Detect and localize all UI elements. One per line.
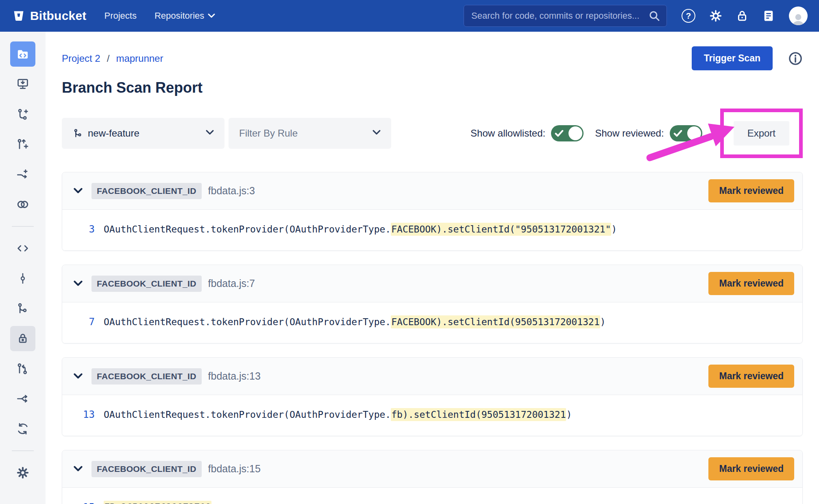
finding-card: FACEBOOK_CLIENT_ID fbdata.js:7 Mark revi… [62, 265, 803, 343]
source-code-icon [16, 242, 29, 255]
forks-icon [16, 392, 29, 405]
breadcrumb-separator: / [107, 53, 110, 64]
chevron-down-icon [208, 13, 215, 18]
rule-filter-placeholder: Filter By Rule [239, 128, 298, 139]
sidebar-item-repository[interactable] [10, 41, 35, 67]
branch-icon [72, 128, 83, 139]
sidebar-item-pull-requests[interactable] [10, 356, 35, 381]
help-icon[interactable]: ? [682, 9, 695, 23]
code-line: FB 2650987631873709 [104, 502, 211, 504]
line-number: 13 [74, 409, 95, 420]
chevron-down-icon [206, 130, 214, 135]
branch-selector-value: new-feature [88, 128, 139, 139]
chevron-down-icon[interactable] [74, 466, 83, 472]
create-fork-icon [16, 168, 29, 181]
lock-icon[interactable] [736, 9, 748, 22]
security-lock-icon [16, 332, 29, 345]
show-reviewed-toggle[interactable] [670, 125, 702, 141]
sidebar-item-create-fork[interactable] [10, 162, 35, 187]
sidebar-item-settings[interactable] [10, 460, 35, 485]
sync-icon [16, 422, 29, 435]
create-branch-icon [16, 108, 29, 121]
chevron-down-icon[interactable] [74, 188, 83, 194]
info-icon[interactable] [788, 51, 803, 66]
navbar-icons: ? [682, 7, 808, 25]
sidebar-item-create-branch[interactable] [10, 102, 35, 127]
finding-header[interactable]: FACEBOOK_CLIENT_ID fbdata.js:3 Mark revi… [62, 172, 802, 210]
rule-filter-selector[interactable]: Filter By Rule [229, 118, 391, 149]
code-line: OAuthClientRequest.tokenProvider(OAuthPr… [104, 409, 572, 420]
global-search[interactable] [464, 5, 667, 27]
top-navbar: Bitbucket Projects Repositories ? [0, 0, 819, 32]
nav-repositories[interactable]: Repositories [155, 11, 215, 21]
brand-name: Bitbucket [30, 9, 87, 23]
sidebar-item-builds[interactable] [10, 416, 35, 441]
bitbucket-logo[interactable]: Bitbucket [12, 9, 87, 23]
sidebar-divider [12, 226, 34, 227]
toggle-knob [569, 126, 582, 140]
finding-header[interactable]: FACEBOOK_CLIENT_ID fbdata.js:7 Mark revi… [62, 265, 802, 302]
folder-code-icon [16, 47, 30, 61]
finding-header[interactable]: FACEBOOK_CLIENT_ID fbdata.js:13 Mark rev… [62, 358, 802, 395]
search-icon[interactable] [649, 10, 660, 22]
code-line: OAuthClientRequest.tokenProvider(OAuthPr… [104, 224, 617, 235]
sidebar-item-branches[interactable] [10, 296, 35, 321]
check-icon [555, 130, 564, 137]
gear-icon[interactable] [709, 9, 722, 22]
finding-code: 3 OAuthClientRequest.tokenProvider(OAuth… [62, 210, 802, 250]
finding-location: fbdata.js:7 [208, 278, 255, 289]
show-allowlisted-toggle[interactable] [551, 125, 584, 141]
sidebar-item-source[interactable] [10, 236, 35, 261]
show-allowlisted-label: Show allowlisted: [470, 128, 545, 139]
breadcrumb-repo-link[interactable]: maprunner [116, 53, 163, 64]
breadcrumb-project-link[interactable]: Project 2 [62, 53, 100, 64]
page-title: Branch Scan Report [62, 79, 803, 96]
trigger-scan-button[interactable]: Trigger Scan [692, 46, 773, 70]
code-line: OAuthClientRequest.tokenProvider(OAuthPr… [104, 317, 606, 327]
export-button[interactable]: Export [734, 121, 789, 146]
chevron-down-icon[interactable] [74, 373, 83, 379]
pull-requests-icon [16, 362, 29, 375]
chevron-down-icon[interactable] [74, 280, 83, 287]
finding-header[interactable]: FACEBOOK_CLIENT_ID fbdata.js:15 Mark rev… [62, 450, 802, 488]
sidebar-item-clone[interactable] [10, 72, 35, 97]
sidebar-item-compare[interactable] [10, 192, 35, 217]
export-highlight-box: Export [720, 109, 803, 158]
mark-reviewed-button[interactable]: Mark reviewed [708, 179, 794, 202]
branches-icon [16, 302, 29, 315]
secret-highlight: fb).setClientId(950513172001321 [391, 408, 566, 421]
breadcrumb: Project 2 / maprunner [62, 53, 163, 64]
mark-reviewed-button[interactable]: Mark reviewed [708, 457, 794, 480]
feedback-icon[interactable] [762, 9, 775, 22]
nav-projects[interactable]: Projects [105, 11, 137, 21]
search-input[interactable] [471, 11, 649, 21]
secret-highlight: FACEBOOK).setClientId(950513172001321 [391, 315, 600, 328]
mark-reviewed-button[interactable]: Mark reviewed [708, 272, 794, 295]
sidebar-item-security-scan[interactable] [10, 326, 35, 351]
sidebar-item-create-pull-request[interactable] [10, 132, 35, 157]
settings-gear-icon [16, 466, 30, 480]
clone-icon [16, 78, 29, 91]
finding-location: fbdata.js:13 [208, 370, 261, 382]
sidebar-item-forks[interactable] [10, 386, 35, 411]
finding-card: FACEBOOK_CLIENT_ID fbdata.js:15 Mark rev… [62, 450, 803, 504]
show-reviewed-label: Show reviewed: [595, 128, 664, 139]
line-number: 7 [74, 316, 95, 328]
check-icon [673, 130, 682, 137]
secret-highlight: FACEBOOK).setClientId("950513172001321" [391, 223, 611, 236]
bitbucket-page: Bitbucket Projects Repositories ? [0, 0, 819, 504]
chevron-down-icon [372, 130, 381, 135]
left-sidebar [0, 32, 46, 504]
avatar[interactable] [789, 7, 808, 25]
rule-badge: FACEBOOK_CLIENT_ID [91, 276, 202, 292]
branch-selector[interactable]: new-feature [62, 118, 224, 149]
mark-reviewed-button[interactable]: Mark reviewed [708, 365, 794, 388]
finding-card: FACEBOOK_CLIENT_ID fbdata.js:3 Mark revi… [62, 172, 803, 251]
secret-highlight: FB 2650987631873709 [104, 501, 211, 504]
compare-icon [16, 198, 30, 211]
finding-location: fbdata.js:3 [208, 185, 255, 197]
sidebar-item-commits[interactable] [10, 266, 35, 291]
commits-icon [17, 272, 29, 285]
rule-badge: FACEBOOK_CLIENT_ID [91, 461, 202, 477]
rule-badge: FACEBOOK_CLIENT_ID [91, 368, 202, 385]
